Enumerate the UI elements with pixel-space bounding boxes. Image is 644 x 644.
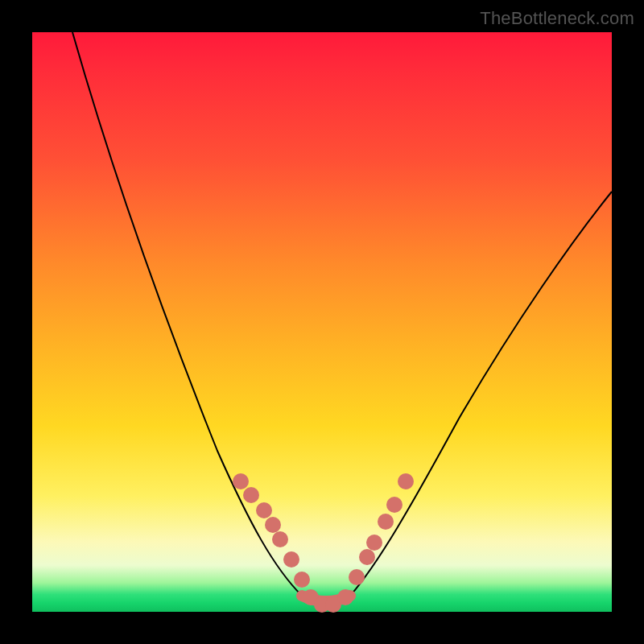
bead [256, 502, 272, 518]
bead [233, 473, 249, 489]
bead [359, 549, 375, 565]
bottleneck-curve-right [350, 192, 612, 596]
bead [366, 535, 382, 551]
bead-group [233, 473, 414, 613]
watermark-text: TheBottleneck.com [480, 8, 634, 29]
bead [349, 569, 365, 585]
bead [294, 572, 310, 588]
bead [243, 487, 259, 503]
bead [386, 497, 402, 513]
bead [265, 517, 281, 533]
bead [378, 514, 394, 530]
bead [398, 473, 414, 489]
bead [283, 551, 299, 568]
bead [337, 589, 353, 605]
bead [272, 531, 288, 547]
chart-frame: TheBottleneck.com [0, 0, 644, 644]
curve-layer [32, 32, 612, 612]
plot-area [32, 32, 612, 612]
